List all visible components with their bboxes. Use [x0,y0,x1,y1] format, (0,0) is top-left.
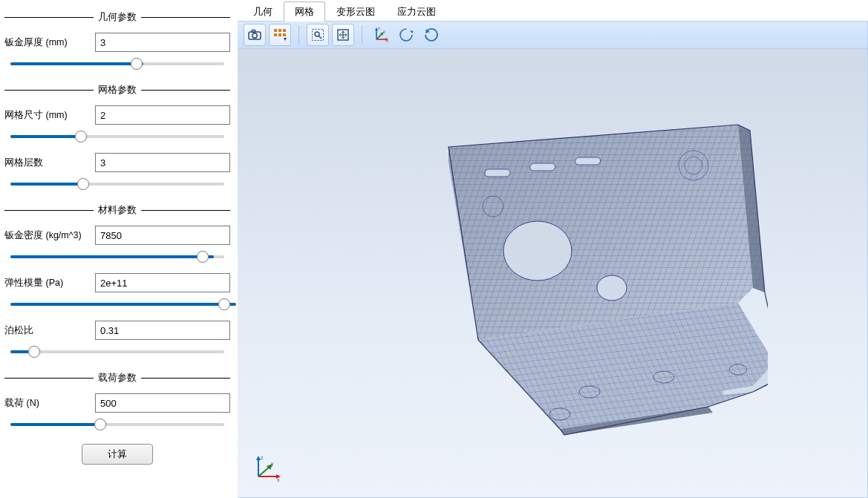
mesh-size-label: 网格尺寸 (mm) [4,109,91,122]
poisson-label: 泊松比 [4,324,91,337]
reset-view-icon[interactable] [420,24,443,46]
section-header-geometry: 几何参数 [4,10,230,24]
svg-point-27 [597,275,627,301]
svg-text:x: x [386,39,388,43]
section-header-mesh: 网格参数 [4,83,230,96]
force-label: 载荷 (N) [4,397,91,410]
tab-displacement[interactable]: 变形云图 [325,1,386,22]
section-title-load: 载荷参数 [94,371,141,384]
thickness-label: 钣金厚度 (mm) [4,36,91,49]
section-title-geometry: 几何参数 [94,10,141,24]
svg-rect-7 [278,33,281,36]
svg-point-26 [503,221,572,281]
mesh-size-slider[interactable] [4,128,230,144]
poisson-slider[interactable] [4,343,230,359]
svg-rect-5 [283,29,286,32]
mesh-size-input[interactable] [95,105,230,125]
section-title-material: 材料参数 [94,203,141,217]
density-input[interactable] [95,226,230,245]
triad-icon: z x y [252,453,282,482]
triad-z-label: z [261,455,264,460]
svg-marker-9 [284,38,287,41]
mesh-layers-input[interactable] [95,153,230,172]
mesh-layers-label: 网格层数 [4,157,91,169]
section-header-load: 载荷参数 [4,371,230,384]
section-title-mesh: 网格参数 [94,83,141,96]
view-tabs: 几何 网格 变形云图 应力云图 [238,0,868,21]
svg-rect-29 [529,163,555,171]
options-icon[interactable] [269,24,291,46]
model-mesh-display [337,95,768,451]
svg-rect-6 [274,33,277,36]
svg-line-12 [319,36,322,39]
triad-x-label: x [277,477,280,482]
axes-icon[interactable]: z x y [370,24,392,46]
parameter-sidebar: 几何参数 钣金厚度 (mm) 网格参数 网格尺寸 (mm) 网格层数 [0,0,238,498]
poisson-input[interactable] [95,321,230,340]
viewport-toolbar: z x y [238,21,868,49]
mesh-layers-slider[interactable] [4,175,230,191]
section-header-material: 材料参数 [4,203,230,217]
svg-rect-30 [575,157,601,165]
modulus-slider[interactable] [4,295,230,312]
density-slider[interactable] [4,248,230,264]
svg-text:z: z [378,26,380,30]
main-area: 几何 网格 变形云图 应力云图 [238,0,868,498]
zoom-area-icon[interactable] [307,24,329,46]
triad-y-label: y [271,461,274,467]
svg-rect-10 [313,30,324,41]
rotate-icon[interactable] [395,24,417,46]
mesh-viewport[interactable]: z x y [238,49,868,498]
fit-all-icon[interactable] [332,24,354,46]
svg-marker-24 [410,30,414,33]
thickness-input[interactable] [95,33,230,52]
svg-rect-4 [278,29,281,32]
compute-button[interactable]: 计算 [82,444,153,465]
svg-rect-28 [484,169,510,177]
thickness-slider[interactable] [4,55,230,71]
modulus-label: 弹性模量 (Pa) [4,277,91,289]
force-input[interactable] [95,393,230,413]
svg-point-1 [252,33,257,38]
tab-stress[interactable]: 应力云图 [386,1,447,22]
force-slider[interactable] [4,416,230,432]
svg-rect-2 [252,30,255,33]
svg-rect-3 [274,29,277,32]
svg-rect-8 [283,33,286,36]
tab-mesh[interactable]: 网格 [284,1,325,22]
svg-text:y: y [383,29,385,33]
tab-geometry[interactable]: 几何 [242,1,284,22]
camera-icon[interactable] [244,24,266,46]
density-label: 钣金密度 (kg/m^3) [4,229,91,242]
modulus-input[interactable] [95,273,230,292]
